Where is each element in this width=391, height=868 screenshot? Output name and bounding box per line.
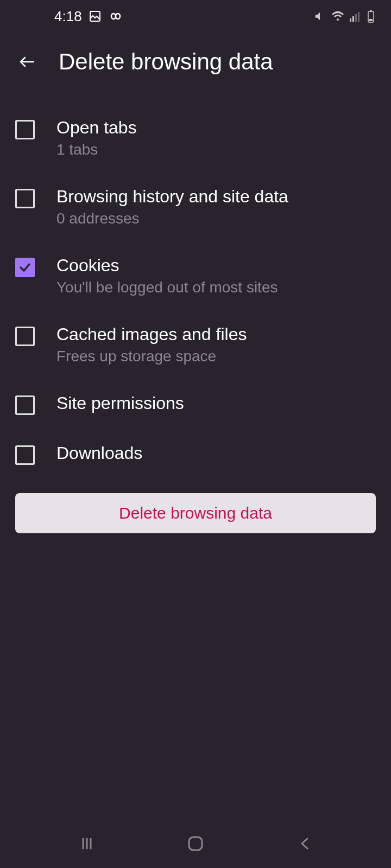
checkbox-browsing-history[interactable]: [15, 189, 35, 208]
option-browsing-history[interactable]: Browsing history and site data 0 address…: [0, 173, 391, 241]
option-title: Site permissions: [56, 393, 184, 413]
checkbox-cookies[interactable]: [15, 258, 35, 277]
checkbox-open-tabs[interactable]: [15, 120, 35, 139]
options-list: Open tabs 1 tabs Browsing history and si…: [0, 97, 391, 486]
option-subtitle: You'll be logged out of most sites: [56, 279, 278, 296]
svg-rect-1: [350, 18, 351, 22]
svg-rect-11: [189, 837, 202, 850]
option-downloads[interactable]: Downloads: [0, 429, 391, 479]
option-subtitle: 1 tabs: [56, 141, 137, 158]
svg-rect-7: [369, 19, 373, 21]
status-bar: 4:18: [0, 0, 391, 33]
option-subtitle: Frees up storage space: [56, 348, 247, 365]
svg-rect-6: [370, 10, 372, 12]
image-icon: [89, 10, 102, 23]
infinity-icon: [108, 12, 123, 21]
wifi-icon: [331, 11, 344, 22]
status-time: 4:18: [54, 8, 82, 25]
option-open-tabs[interactable]: Open tabs 1 tabs: [0, 104, 391, 173]
header: Delete browsing data: [0, 33, 391, 97]
mute-icon: [314, 10, 326, 22]
system-nav-bar: [0, 819, 391, 868]
page-title: Delete browsing data: [59, 49, 273, 75]
svg-rect-3: [355, 14, 357, 22]
back-system-button[interactable]: [288, 827, 320, 860]
option-title: Browsing history and site data: [56, 187, 288, 207]
back-button[interactable]: [15, 50, 39, 74]
delete-button[interactable]: Delete browsing data: [15, 493, 376, 533]
svg-rect-2: [352, 16, 354, 22]
checkbox-downloads[interactable]: [15, 445, 35, 465]
option-site-permissions[interactable]: Site permissions: [0, 379, 391, 429]
option-title: Cookies: [56, 256, 278, 276]
checkbox-cached-images[interactable]: [15, 327, 35, 346]
recent-apps-button[interactable]: [71, 827, 103, 860]
checkbox-site-permissions[interactable]: [15, 395, 35, 415]
option-title: Downloads: [56, 443, 142, 463]
signal-icon: [350, 11, 362, 22]
option-title: Open tabs: [56, 118, 137, 138]
option-title: Cached images and files: [56, 324, 247, 344]
option-cookies[interactable]: Cookies You'll be logged out of most sit…: [0, 241, 391, 310]
svg-rect-4: [358, 12, 360, 22]
home-button[interactable]: [179, 827, 212, 860]
option-cached-images[interactable]: Cached images and files Frees up storage…: [0, 310, 391, 379]
option-subtitle: 0 addresses: [56, 210, 288, 227]
battery-icon: [367, 10, 375, 23]
